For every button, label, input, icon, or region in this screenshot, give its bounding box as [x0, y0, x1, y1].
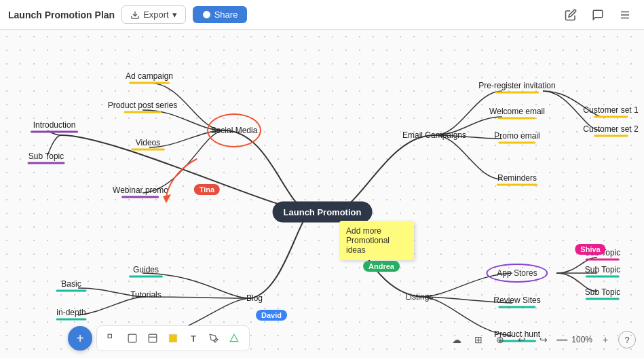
promo-email-node[interactable]: Promo email: [494, 131, 539, 144]
videos-node[interactable]: Videos: [131, 138, 165, 151]
svg-rect-7: [128, 334, 136, 342]
lock-button[interactable]: ⊕: [491, 331, 509, 348]
social-media-node[interactable]: Social Media: [211, 126, 258, 135]
webinar-promo-node[interactable]: Webinar promo: [113, 185, 168, 198]
blog-node[interactable]: Blog: [246, 293, 263, 303]
help-button[interactable]: ?: [618, 331, 636, 348]
export-button[interactable]: Export ▾: [121, 5, 186, 24]
svg-rect-8: [149, 334, 157, 342]
tool-palette: T: [96, 325, 250, 351]
center-node[interactable]: Launch Promotion: [273, 202, 373, 223]
welcome-email-node[interactable]: Welcome email: [489, 107, 545, 120]
sticky-note[interactable]: Add more Promotional ideas: [339, 221, 414, 260]
header: Launch Promotion Plan Export ▾ Share: [0, 0, 644, 30]
zoom-level: 100%: [571, 335, 592, 344]
shiva-badge: Shiva: [575, 244, 605, 255]
andrea-badge: Andrea: [363, 261, 400, 272]
app-stores-node[interactable]: App Stores: [486, 264, 548, 283]
mind-map-canvas[interactable]: Launch Promotion Add more Promotional id…: [0, 30, 644, 358]
select-tool-button[interactable]: [102, 329, 121, 348]
fit-button[interactable]: ⊞: [470, 331, 487, 348]
settings-icon-button[interactable]: [614, 4, 636, 26]
sub-topic-right-3-node[interactable]: Sub Topic: [585, 287, 620, 300]
product-post-series-node[interactable]: Product post series: [108, 101, 178, 113]
tutorials-node[interactable]: Tutorials: [130, 290, 162, 300]
bottom-right-toolbar: ☁ ⊞ ⊕ ↩ ↪ — 100% + ?: [448, 331, 636, 348]
undo-button[interactable]: ↩: [513, 331, 531, 348]
pen-tool-button[interactable]: [204, 329, 223, 348]
listings-node[interactable]: Listings: [406, 292, 434, 302]
text-tool-button[interactable]: T: [184, 329, 203, 348]
frame-tool-button[interactable]: [123, 329, 142, 348]
david-badge: David: [256, 310, 287, 321]
sub-topic-left-node[interactable]: Sub Topic: [28, 151, 65, 164]
doc-title: Launch Promotion Plan: [8, 10, 115, 20]
customer-set-2-node[interactable]: Customer set 2: [583, 124, 638, 137]
cloud-button[interactable]: ☁: [448, 331, 466, 348]
red-arrow-annotation: [156, 152, 217, 207]
bottom-toolbar: + T: [68, 325, 250, 351]
review-sites-node[interactable]: Review Sites: [493, 296, 540, 308]
svg-point-1: [203, 11, 210, 18]
email-campaigns-node[interactable]: Email Campaigns: [402, 130, 466, 140]
reminders-node[interactable]: Reminders: [497, 173, 537, 186]
introduction-node[interactable]: Introduction: [31, 120, 78, 133]
comments-icon-button[interactable]: [587, 4, 609, 26]
sub-topic-right-2-node[interactable]: Sub Topic: [585, 265, 620, 278]
customer-set-1-node[interactable]: Customer set 1: [583, 105, 638, 118]
edit-icon-button[interactable]: [560, 4, 582, 26]
redo-button[interactable]: ↪: [535, 331, 552, 348]
sticky-tool-button[interactable]: [143, 329, 162, 348]
basic-node[interactable]: Basic: [56, 279, 87, 292]
pre-register-node[interactable]: Pre-register invitation: [478, 81, 555, 94]
tina-badge: Tina: [194, 184, 220, 195]
guides-node[interactable]: Guides: [129, 265, 163, 278]
header-actions: [560, 4, 636, 26]
svg-marker-11: [230, 334, 238, 342]
in-depth-node[interactable]: in-depth: [56, 308, 87, 321]
share-button[interactable]: Share: [193, 6, 248, 23]
zoom-in-button[interactable]: +: [596, 331, 614, 348]
add-node-button[interactable]: +: [68, 326, 92, 351]
svg-rect-10: [169, 334, 177, 342]
connector-lines: [0, 30, 644, 358]
svg-rect-6: [108, 334, 111, 338]
ad-campaign-node[interactable]: Ad campaign: [126, 71, 173, 84]
shape-tool-button[interactable]: [225, 329, 244, 348]
note-tool-button[interactable]: [164, 329, 183, 348]
